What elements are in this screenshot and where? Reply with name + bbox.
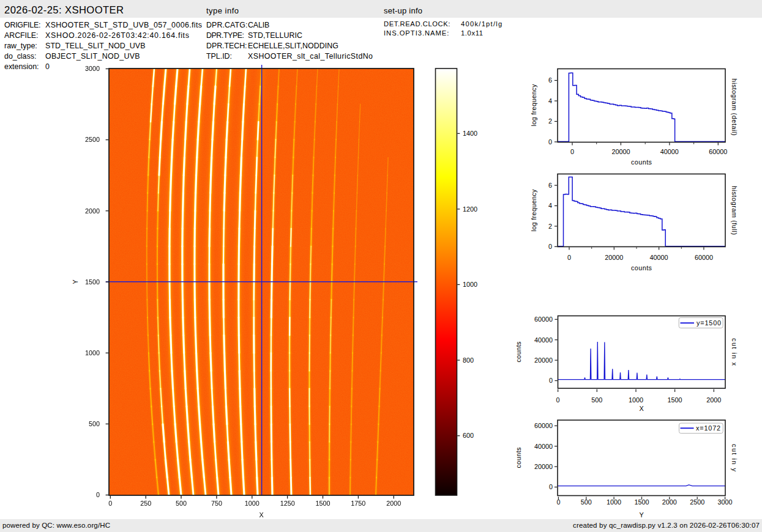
svg-text:800: 800 (463, 357, 474, 364)
svg-text:2000: 2000 (85, 207, 100, 215)
svg-text:XSHOOTER_SLT_STD_UVB_057_0006.: XSHOOTER_SLT_STD_UVB_057_0006.fits (45, 21, 202, 29)
svg-text:60000: 60000 (534, 316, 553, 323)
svg-text:1500: 1500 (316, 500, 331, 507)
svg-text:set-up info: set-up info (384, 6, 422, 15)
svg-text:0: 0 (570, 148, 574, 155)
svg-text:500: 500 (591, 396, 602, 404)
svg-text:1400: 1400 (463, 130, 477, 137)
svg-text:750: 750 (211, 500, 222, 507)
svg-text:2500: 2500 (85, 136, 100, 143)
svg-text:XSHOO.2026-02-26T03:42:40.164.: XSHOO.2026-02-26T03:42:40.164.fits (45, 31, 189, 40)
svg-text:4: 4 (548, 97, 552, 105)
svg-text:60000: 60000 (709, 148, 727, 155)
svg-text:XSHOOTER_slt_cal_TelluricStdNo: XSHOOTER_slt_cal_TelluricStdNo (248, 52, 373, 61)
svg-text:CALIB: CALIB (248, 21, 269, 29)
svg-text:0: 0 (556, 396, 560, 404)
svg-text:20000: 20000 (534, 463, 553, 470)
svg-text:1000: 1000 (607, 498, 621, 506)
svg-text:1500: 1500 (634, 498, 649, 506)
svg-text:2: 2 (548, 223, 552, 230)
svg-text:1500: 1500 (85, 278, 100, 286)
svg-text:0: 0 (45, 62, 50, 71)
svg-text:cut in x: cut in x (731, 338, 738, 366)
svg-text:0: 0 (549, 483, 553, 490)
svg-text:400k/1pt/lg: 400k/1pt/lg (461, 20, 502, 28)
svg-text:20000: 20000 (605, 254, 623, 261)
svg-text:INS.OPTI3.NAME:: INS.OPTI3.NAME: (384, 29, 449, 37)
svg-text:6: 6 (548, 182, 552, 189)
svg-text:TPL.ID:: TPL.ID: (206, 52, 232, 61)
svg-text:600: 600 (463, 432, 474, 439)
svg-text:2000: 2000 (386, 500, 401, 507)
svg-text:cut in y: cut in y (731, 444, 738, 472)
svg-text:2000: 2000 (706, 396, 721, 404)
svg-text:X: X (639, 405, 643, 412)
svg-text:4: 4 (548, 202, 552, 209)
svg-text:powered by QC: www.eso.org/HC: powered by QC: www.eso.org/HC (2, 522, 110, 529)
svg-text:2000: 2000 (662, 498, 677, 506)
svg-text:500: 500 (176, 500, 187, 507)
svg-text:1.0x11: 1.0x11 (461, 29, 483, 37)
svg-text:DET.READ.CLOCK:: DET.READ.CLOCK: (384, 20, 450, 28)
svg-text:1200: 1200 (463, 205, 477, 213)
svg-text:1500: 1500 (668, 396, 682, 404)
svg-text:0: 0 (108, 500, 112, 507)
svg-text:2500: 2500 (690, 498, 704, 506)
svg-text:1000: 1000 (463, 281, 477, 288)
svg-text:histogram (detail): histogram (detail) (731, 78, 738, 135)
svg-text:40000: 40000 (534, 443, 553, 450)
svg-text:0: 0 (556, 498, 560, 506)
svg-text:STD,TELLURIC: STD,TELLURIC (248, 31, 302, 40)
svg-text:DPR.TECH:: DPR.TECH: (206, 42, 247, 50)
svg-text:OBJECT_SLIT_NOD_UVB: OBJECT_SLIT_NOD_UVB (45, 52, 140, 61)
svg-text:counts: counts (515, 447, 522, 468)
svg-text:40000: 40000 (660, 148, 679, 155)
svg-text:3000: 3000 (85, 65, 100, 72)
svg-text:DPR.TYPE:: DPR.TYPE: (206, 31, 244, 40)
svg-text:0: 0 (549, 377, 553, 384)
svg-text:counts: counts (515, 341, 522, 363)
svg-text:Y: Y (72, 279, 79, 284)
svg-text:do_class:: do_class: (4, 52, 36, 61)
svg-text:500: 500 (89, 420, 100, 427)
svg-text:histogram (full): histogram (full) (731, 186, 738, 235)
svg-text:log frequency: log frequency (530, 189, 537, 232)
svg-text:250: 250 (140, 500, 151, 507)
svg-text:0: 0 (96, 491, 100, 498)
svg-text:ECHELLE,SLIT,NODDING: ECHELLE,SLIT,NODDING (248, 42, 338, 50)
svg-text:1000: 1000 (245, 500, 260, 507)
svg-text:ARCFILE:: ARCFILE: (4, 31, 39, 40)
svg-text:20000: 20000 (611, 148, 630, 155)
svg-text:raw_type:: raw_type: (4, 42, 37, 50)
svg-text:ORIGFILE:: ORIGFILE: (4, 21, 41, 29)
svg-text:40000: 40000 (650, 254, 668, 261)
svg-text:STD_TELL_SLIT_NOD_UVB: STD_TELL_SLIT_NOD_UVB (45, 42, 146, 50)
svg-text:x=1072: x=1072 (696, 424, 720, 432)
svg-text:extension:: extension: (4, 62, 39, 71)
svg-text:500: 500 (581, 498, 592, 506)
svg-text:0: 0 (548, 138, 552, 146)
svg-text:1000: 1000 (629, 396, 643, 404)
svg-text:created by qc_rawdisp.py v1.2.: created by qc_rawdisp.py v1.2.3 on 2026-… (573, 522, 760, 529)
svg-text:60000: 60000 (695, 254, 713, 261)
svg-text:1750: 1750 (351, 500, 365, 507)
svg-text:3000: 3000 (718, 498, 733, 506)
svg-text:2: 2 (548, 117, 552, 125)
svg-text:1000: 1000 (85, 349, 100, 357)
svg-text:counts: counts (631, 158, 652, 166)
svg-text:DPR.CATG:: DPR.CATG: (206, 21, 247, 29)
svg-text:0: 0 (548, 243, 552, 250)
svg-text:1250: 1250 (280, 500, 295, 507)
svg-text:y=1500: y=1500 (697, 319, 721, 327)
svg-text:Y: Y (639, 511, 643, 519)
svg-text:type info: type info (206, 6, 239, 15)
svg-text:2026-02-25: XSHOOTER: 2026-02-25: XSHOOTER (4, 4, 124, 16)
svg-text:60000: 60000 (534, 422, 553, 429)
svg-text:counts: counts (631, 264, 652, 272)
svg-text:0: 0 (567, 254, 571, 261)
svg-text:log frequency: log frequency (530, 84, 537, 127)
svg-text:X: X (259, 511, 263, 519)
svg-text:20000: 20000 (534, 357, 553, 364)
svg-text:6: 6 (548, 76, 552, 84)
svg-text:40000: 40000 (534, 336, 553, 344)
